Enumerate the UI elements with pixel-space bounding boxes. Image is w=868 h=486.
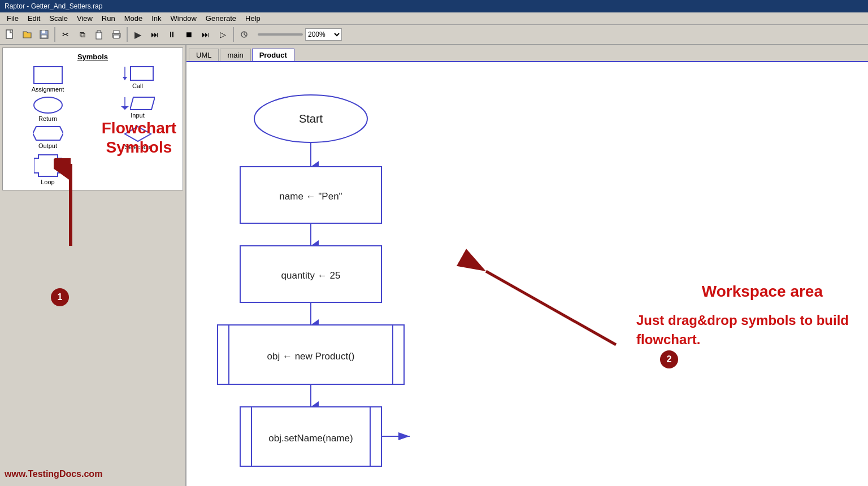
symbol-assignment-label: Assignment <box>32 86 64 93</box>
svg-marker-20 <box>33 127 63 140</box>
sidebar: Symbols Assignment <box>0 45 186 486</box>
main-layout: Symbols Assignment <box>0 45 868 486</box>
symbol-assignment[interactable]: Assignment <box>7 66 88 93</box>
zoom-slider[interactable] <box>258 33 303 36</box>
menu-mode[interactable]: Mode <box>120 13 147 24</box>
menu-view[interactable]: View <box>72 13 97 24</box>
workspace: UML main Product <box>186 45 868 486</box>
start-label: Start <box>299 112 323 125</box>
tabs-bar: UML main Product <box>186 45 868 62</box>
svg-marker-18 <box>121 106 129 110</box>
menu-file[interactable]: File <box>2 13 23 24</box>
canvas-area: Start name ← "Pen" quantity ← 25 ob <box>186 62 868 486</box>
symbols-title: Symbols <box>7 53 178 61</box>
badge-1: 1 <box>51 288 69 306</box>
svg-marker-19 <box>130 97 155 110</box>
svg-marker-14 <box>123 77 127 80</box>
symbol-call[interactable]: Call <box>97 66 178 93</box>
open-button[interactable] <box>19 27 35 42</box>
print-button[interactable] <box>108 27 124 42</box>
copy-button[interactable]: ⧉ <box>75 27 90 42</box>
website-label: www.TestingDocs.com <box>5 469 102 479</box>
svg-rect-12 <box>34 67 62 84</box>
symbol-input-label: Input <box>131 112 144 119</box>
svg-rect-3 <box>41 35 47 38</box>
pause-button[interactable]: ⏸ <box>164 27 180 42</box>
workspace-area-label: Workspace area <box>702 283 823 301</box>
svg-rect-7 <box>114 31 119 33</box>
zoom-select[interactable]: 50% 75% 100% 150% 200% 300% <box>305 28 342 41</box>
tab-product[interactable]: Product <box>252 49 294 61</box>
new-button[interactable] <box>2 27 18 42</box>
annotation-arrow-sidebar <box>54 158 88 250</box>
menu-bar: File Edit Scale View Run Mode Ink Window… <box>0 12 868 25</box>
workspace-description: Just drag&drop symbols to build flowchar… <box>636 311 851 349</box>
svg-line-42 <box>486 271 616 345</box>
symbol-return-label: Return <box>38 115 57 122</box>
menu-window[interactable]: Window <box>166 13 201 24</box>
svg-rect-15 <box>131 67 153 80</box>
paste-button[interactable] <box>92 27 107 42</box>
title-bar: Raptor - Getter_And_Setters.rap <box>0 0 868 12</box>
tab-main[interactable]: main <box>220 49 250 61</box>
box3-label: obj ← new Product() <box>267 351 355 362</box>
menu-help[interactable]: Help <box>241 13 265 24</box>
svg-rect-8 <box>114 35 119 38</box>
toolbar-separator-3 <box>233 27 234 42</box>
run-to-cursor[interactable]: ▷ <box>215 27 231 42</box>
svg-line-11 <box>244 34 246 36</box>
symbol-loop-label: Loop <box>41 179 54 185</box>
step-over-button[interactable]: ⏭ <box>198 27 214 42</box>
flowchart-symbols-label: Flowchart Symbols <box>102 119 176 157</box>
run-button[interactable]: ▶ <box>130 27 146 42</box>
menu-generate[interactable]: Generate <box>201 13 241 24</box>
svg-rect-4 <box>96 32 102 39</box>
menu-run[interactable]: Run <box>97 13 120 24</box>
flowchart-svg: Start name ← "Pen" quantity ← 25 ob <box>186 62 868 486</box>
symbol-output-label: Output <box>38 142 57 149</box>
toolbar-separator-1 <box>54 27 55 42</box>
badge-2: 2 <box>660 350 678 368</box>
svg-rect-0 <box>6 30 12 38</box>
tab-uml[interactable]: UML <box>189 49 219 61</box>
toolbar-separator-2 <box>127 27 128 42</box>
title-text: Raptor - Getter_And_Setters.rap <box>5 2 102 10</box>
box1-label: name ← "Pen" <box>279 191 342 202</box>
svg-rect-2 <box>42 31 45 33</box>
symbol-return[interactable]: Return <box>7 96 88 122</box>
step-into-button[interactable]: ⏭ <box>147 27 163 42</box>
stop-button[interactable]: ⏹ <box>181 27 197 42</box>
watch-button[interactable] <box>236 27 252 42</box>
svg-rect-5 <box>97 31 101 33</box>
toolbar: ✂ ⧉ ▶ ⏭ ⏸ ⏹ ⏭ ▷ 50% 75% 100% 150% 200% 3… <box>0 25 868 45</box>
cut-button[interactable]: ✂ <box>58 27 73 42</box>
box4-label: obj.setName(name) <box>268 433 353 444</box>
menu-scale[interactable]: Scale <box>45 13 72 24</box>
menu-ink[interactable]: Ink <box>147 13 166 24</box>
save-button[interactable] <box>36 27 52 42</box>
zoom-control: 50% 75% 100% 150% 200% 300% <box>258 28 342 41</box>
svg-point-16 <box>34 97 62 113</box>
menu-edit[interactable]: Edit <box>23 13 45 24</box>
symbol-output[interactable]: Output <box>7 125 88 150</box>
symbol-call-label: Call <box>132 83 143 89</box>
box2-label: quantity ← 25 <box>281 270 341 281</box>
